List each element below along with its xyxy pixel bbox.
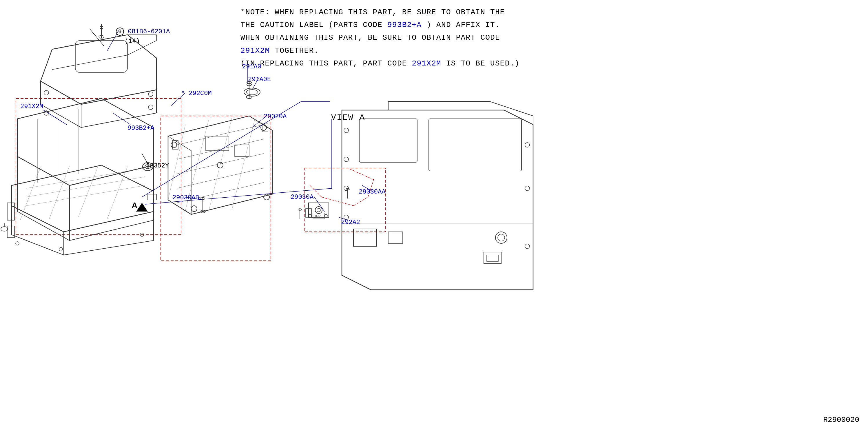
svg-point-90 (324, 214, 328, 217)
label-29030A: 29030A (290, 193, 313, 201)
label-29020A: 29020A (264, 113, 286, 120)
svg-rect-77 (487, 255, 498, 262)
svg-point-84 (525, 244, 530, 249)
svg-point-75 (498, 234, 505, 241)
view-a-label: VIEW A (331, 113, 365, 122)
svg-line-27 (26, 177, 145, 197)
svg-line-44 (177, 168, 264, 188)
svg-line-98 (321, 197, 353, 206)
svg-point-38 (16, 242, 19, 245)
svg-line-6 (90, 29, 104, 47)
svg-rect-34 (7, 226, 14, 238)
svg-rect-70 (359, 119, 417, 162)
svg-line-29 (20, 166, 40, 220)
page-container: *NOTE: WHEN REPLACING THIS PART, BE SURE… (0, 0, 868, 430)
circle-b-icon: B (116, 28, 124, 36)
svg-line-101 (348, 168, 374, 180)
svg-point-39 (59, 247, 63, 251)
svg-point-19 (44, 90, 49, 95)
svg-point-69 (246, 90, 258, 95)
svg-line-49 (232, 119, 255, 210)
r-number: R2900020 (823, 416, 859, 424)
svg-point-78 (344, 128, 348, 133)
svg-rect-73 (388, 232, 403, 243)
svg-point-82 (525, 143, 530, 147)
svg-point-87 (315, 207, 322, 214)
label-081B6-qty: (14) (125, 38, 140, 45)
svg-point-74 (495, 232, 507, 243)
svg-point-89 (309, 214, 311, 217)
label-291X2M-left: 291X2M (20, 103, 43, 110)
label-291A0: 291A0 (242, 63, 261, 70)
svg-point-53 (191, 206, 197, 212)
label-29030AB: 29030AB (173, 194, 199, 202)
svg-line-32 (107, 166, 127, 219)
svg-point-50 (171, 142, 177, 148)
svg-point-88 (317, 208, 320, 212)
svg-rect-76 (484, 252, 501, 264)
svg-line-43 (177, 154, 264, 174)
label-292A2: 292A2 (341, 219, 360, 226)
svg-line-31 (78, 165, 98, 217)
svg-text:UPP: UPP (313, 214, 321, 218)
label-081B6: B 081B6-6201A (116, 28, 170, 36)
label-993B2A: 993B2+A (127, 125, 154, 132)
arrow-a-label: A (132, 201, 137, 210)
svg-rect-33 (7, 203, 14, 220)
label-292C0M: * 292C0M (181, 90, 212, 97)
svg-rect-71 (429, 119, 522, 171)
svg-point-83 (525, 186, 530, 191)
label-38352Y: 38352Y (146, 162, 169, 170)
label-291A0E: 291A0E (248, 76, 271, 83)
svg-point-22 (148, 105, 153, 110)
svg-line-99 (353, 197, 368, 206)
svg-rect-37 (148, 194, 156, 200)
svg-line-30 (49, 166, 69, 219)
svg-point-21 (148, 92, 153, 96)
label-29030AA: 29030AA (359, 188, 385, 195)
diagram-svg: UPP (0, 0, 868, 430)
svg-line-28 (26, 185, 145, 206)
svg-point-79 (344, 157, 348, 162)
svg-point-35 (1, 226, 8, 231)
svg-point-52 (264, 194, 270, 200)
svg-line-42 (177, 139, 264, 159)
svg-line-15 (314, 197, 324, 212)
svg-line-41 (177, 125, 264, 145)
svg-line-48 (209, 118, 232, 212)
